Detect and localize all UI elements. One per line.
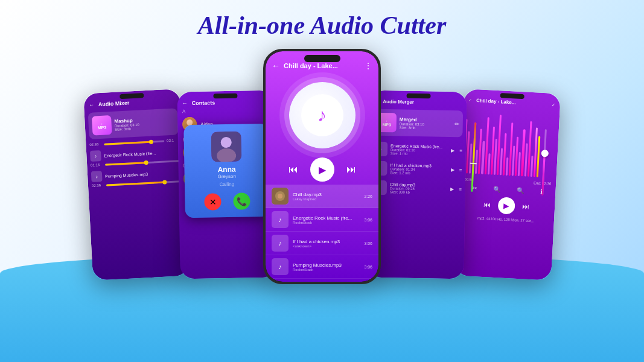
menu-icon-3[interactable]: ≡ bbox=[459, 186, 462, 192]
album-art: ♪ bbox=[289, 82, 355, 148]
music-icon-2: ♪ bbox=[90, 150, 101, 162]
merger-track-1: ♪ Energetic Rock Music (fre... Duration:… bbox=[369, 139, 467, 160]
zoom-in-icon[interactable]: 🔍 bbox=[493, 186, 501, 193]
back-arrow-icon[interactable]: ← bbox=[272, 61, 280, 71]
play-icon-3[interactable]: ▶ bbox=[450, 186, 454, 191]
menu-icon-1[interactable]: ≡ bbox=[459, 148, 462, 153]
call-buttons: ✕ 📞 bbox=[190, 192, 264, 211]
progress-fill bbox=[104, 141, 151, 145]
screen-merger: ✓ Audio Merger ♪ MP3 Merged Duration: 03… bbox=[367, 91, 467, 279]
crop-icon[interactable]: ✂ bbox=[472, 185, 477, 191]
merger-header-title: Audio Merger bbox=[383, 99, 462, 106]
album-art-container: ♪ bbox=[266, 73, 378, 154]
track-thumb-2: ♪ bbox=[272, 211, 289, 228]
track-thumb-3: ♪ bbox=[272, 235, 289, 252]
screen-audio-mixer: ← Audio Mixer ♪ MP3 Mashup Duration: 03:… bbox=[83, 89, 190, 281]
play-icon-2[interactable]: ▶ bbox=[451, 167, 454, 172]
play-button[interactable]: ▶ bbox=[310, 157, 334, 182]
main-track-info: Mashup Duration: 03:10 Size: 3mb bbox=[114, 117, 139, 131]
merged-track-card: ♪ MP3 Merged Duration: 03:10 Size: 3mb ✏ bbox=[373, 109, 463, 138]
play-icon-1[interactable]: ▶ bbox=[451, 147, 454, 153]
caller-status: Calling bbox=[190, 181, 264, 188]
progress-dot-2 bbox=[144, 160, 148, 164]
screen-contacts: ← Contacts A Aiden bbox=[177, 91, 276, 279]
list-item[interactable]: ♪ Pumping Muscles.mp3 RockerStack 3:06 bbox=[266, 255, 378, 279]
phone-player-center: ← Chill day - Lake... ⋮ ♪ ⏮ ▶ ⏭ bbox=[263, 49, 381, 284]
page-title: All-in-one Audio Cutter bbox=[0, 0, 644, 46]
info-icon[interactable]: ℹ bbox=[540, 188, 543, 195]
phone-merger: ✓ Audio Merger ♪ MP3 Merged Duration: 03… bbox=[367, 91, 467, 279]
transport-play-button[interactable]: ▶ bbox=[497, 197, 515, 214]
list-item[interactable]: Chill day.mp3 Lakey Inspired 2:26 bbox=[266, 185, 378, 208]
list-item[interactable]: ♪ Energetic Rock Music (fre... RocknStoc… bbox=[266, 208, 378, 232]
contacts-header-title: Contacts bbox=[192, 99, 269, 106]
next-button[interactable]: ⏭ bbox=[346, 164, 356, 175]
playlist: Chill day.mp3 Lakey Inspired 2:26 ♪ Ener… bbox=[266, 185, 378, 282]
decline-call-button[interactable]: ✕ bbox=[204, 193, 221, 210]
progress-fill-2 bbox=[105, 162, 146, 166]
track-info-1: Chill day.mp3 Lakey Inspired bbox=[293, 192, 360, 201]
svg-point-14 bbox=[278, 194, 282, 198]
player-title: Chill day - Lake... bbox=[284, 62, 364, 69]
skip-back-button[interactable]: ⏮ bbox=[483, 200, 491, 209]
progress-track bbox=[104, 140, 164, 145]
track-info-2: Energetic Rock Music (fre... RocknStock bbox=[293, 215, 360, 224]
mixer-header-title: Audio Mixer bbox=[98, 97, 176, 107]
menu-icon-2[interactable]: ≡ bbox=[459, 167, 462, 173]
prev-button[interactable]: ⏮ bbox=[289, 164, 298, 175]
album-art-inner: ♪ bbox=[301, 94, 343, 136]
player-screen: ← Chill day - Lake... ⋮ ♪ ⏮ ▶ ⏭ bbox=[266, 51, 378, 282]
player-controls: ⏮ ▶ ⏭ bbox=[266, 154, 378, 185]
phone-contacts: ← Contacts A Aiden bbox=[177, 91, 276, 279]
phone-audio-mixer: ← Audio Mixer ♪ MP3 Mashup Duration: 03:… bbox=[83, 89, 190, 281]
mp3-icon: ♪ MP3 bbox=[92, 115, 112, 136]
more-options-icon[interactable]: ⋮ bbox=[364, 61, 372, 71]
caller-surname: Greyson bbox=[190, 173, 264, 180]
progress-dot-3 bbox=[162, 180, 167, 184]
mixer-mp3-card: ♪ MP3 Mashup Duration: 03:10 Size: 3mb bbox=[88, 108, 179, 139]
track-info-4: Pumping Muscles.mp3 RockerStack bbox=[293, 262, 360, 272]
music-note-icon: ♪ bbox=[317, 105, 327, 125]
track-thumb-1 bbox=[272, 188, 289, 205]
track-thumb-4: ♪ bbox=[272, 258, 289, 275]
merger-track-2: ♪ If I had a chicken.mp3 Duration: 01:34… bbox=[369, 159, 466, 180]
screen-waveform: ✓ Chill day - Lake... ✓ bbox=[454, 89, 561, 281]
track-info-3: If I had a chicken.mp3 <unknown> bbox=[293, 239, 360, 248]
calling-overlay: Anna Greyson Calling ✕ 📞 bbox=[183, 124, 270, 218]
phones-container: ← Audio Mixer ♪ MP3 Mashup Duration: 03:… bbox=[0, 46, 644, 284]
caller-avatar bbox=[211, 132, 241, 162]
music-icon-3: ♪ bbox=[91, 171, 103, 182]
phone-waveform: ✓ Chill day - Lake... ✓ bbox=[454, 89, 561, 281]
list-item[interactable]: ♪ AudioMergerEnergetic Ro... <unknown> 1… bbox=[266, 279, 378, 282]
progress-dot bbox=[149, 139, 153, 144]
merged-info: Merged Duration: 03:10 Size: 3mb bbox=[400, 116, 424, 130]
accept-call-button[interactable]: 📞 bbox=[233, 192, 250, 209]
list-item[interactable]: ♪ If I had a chicken.mp3 <unknown> 3:06 bbox=[266, 232, 378, 255]
zoom-out-icon[interactable]: 🔍 bbox=[517, 187, 524, 194]
skip-forward-button[interactable]: ⏭ bbox=[522, 202, 530, 211]
merger-track-3: ♪ Chill day.mp3 Duration: 09:28 Size: 30… bbox=[369, 178, 466, 199]
